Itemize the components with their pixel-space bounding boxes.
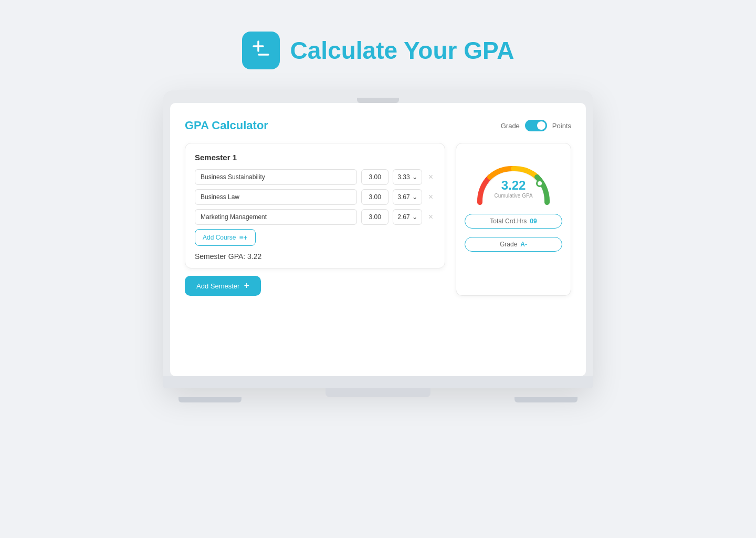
add-semester-button[interactable]: Add Semester + bbox=[185, 276, 261, 296]
laptop-foot-pad-left bbox=[178, 397, 242, 402]
cumulative-gpa-value: 3.22 bbox=[494, 178, 532, 193]
grade-value: A- bbox=[520, 241, 527, 248]
app-title: GPA Calculator bbox=[185, 119, 268, 132]
course-row: 3.33 ⌄ × bbox=[195, 169, 435, 185]
toggle-grade-label: Grade bbox=[501, 122, 520, 130]
total-credit-hours-box: Total Crd.Hrs 09 bbox=[465, 214, 562, 229]
gauge-center-text: 3.22 Cumulative GPA bbox=[494, 178, 532, 199]
course-credits-input-1[interactable] bbox=[361, 169, 388, 185]
course-grade-select-1[interactable]: 3.33 ⌄ bbox=[393, 169, 422, 185]
left-panel: Semester 1 3.33 ⌄ × bbox=[185, 143, 445, 296]
app-header: GPA Calculator Grade Points bbox=[185, 119, 571, 132]
grade-value-3: 2.67 bbox=[397, 213, 410, 221]
course-name-input-2[interactable] bbox=[195, 189, 357, 205]
total-crd-value: 09 bbox=[530, 218, 537, 225]
add-semester-label: Add Semester bbox=[196, 282, 239, 290]
chevron-down-icon: ⌄ bbox=[412, 173, 417, 181]
gpa-panel: 3.22 Cumulative GPA Total Crd.Hrs 09 Gra… bbox=[456, 143, 571, 296]
chevron-down-icon-2: ⌄ bbox=[412, 193, 417, 201]
add-course-icon: ≡+ bbox=[239, 233, 247, 242]
plus-minus-icon bbox=[249, 39, 272, 62]
laptop-screen-shell: GPA Calculator Grade Points Semester 1 bbox=[163, 90, 593, 388]
remove-course-btn-3[interactable]: × bbox=[426, 212, 435, 222]
cumulative-gpa-label: Cumulative GPA bbox=[494, 193, 532, 199]
laptop-screen: GPA Calculator Grade Points Semester 1 bbox=[170, 103, 586, 376]
laptop-foot-pad-right bbox=[514, 397, 578, 402]
grade-points-toggle[interactable] bbox=[525, 120, 547, 131]
course-credits-input-2[interactable] bbox=[361, 189, 388, 205]
add-course-label: Add Course bbox=[203, 234, 236, 241]
page-title: Calculate Your GPA bbox=[290, 36, 514, 65]
grade-box: Grade A- bbox=[465, 237, 562, 252]
main-content: Semester 1 3.33 ⌄ × bbox=[185, 143, 571, 296]
course-row: 3.67 ⌄ × bbox=[195, 189, 435, 205]
chevron-down-icon-3: ⌄ bbox=[412, 213, 417, 221]
grade-points-toggle-group: Grade Points bbox=[501, 120, 571, 131]
course-name-input-3[interactable] bbox=[195, 209, 357, 225]
plus-icon: + bbox=[244, 281, 249, 291]
course-name-input-1[interactable] bbox=[195, 169, 357, 185]
semester-gpa-text: Semester GPA: 3.22 bbox=[195, 252, 435, 261]
course-grade-select-2[interactable]: 3.67 ⌄ bbox=[393, 189, 422, 205]
remove-course-btn-2[interactable]: × bbox=[426, 192, 435, 202]
course-grade-select-3[interactable]: 2.67 ⌄ bbox=[393, 209, 422, 225]
laptop-stand bbox=[326, 388, 430, 397]
grade-value-2: 3.67 bbox=[397, 193, 410, 201]
grade-value-1: 3.33 bbox=[397, 173, 410, 181]
semester-title: Semester 1 bbox=[195, 153, 435, 162]
remove-course-btn-1[interactable]: × bbox=[426, 172, 435, 182]
add-course-button[interactable]: Add Course ≡+ bbox=[195, 229, 256, 246]
laptop-base bbox=[163, 376, 593, 388]
gauge-needle-inner bbox=[538, 181, 542, 185]
logo-icon bbox=[242, 32, 280, 69]
gpa-gauge: 3.22 Cumulative GPA bbox=[471, 158, 555, 205]
laptop-frame: GPA Calculator Grade Points Semester 1 bbox=[163, 90, 593, 402]
page-header: Calculate Your GPA bbox=[242, 32, 514, 69]
course-credits-input-3[interactable] bbox=[361, 209, 388, 225]
total-crd-label: Total Crd.Hrs bbox=[490, 218, 527, 225]
semester-card: Semester 1 3.33 ⌄ × bbox=[185, 143, 445, 268]
laptop-notch bbox=[357, 98, 399, 103]
toggle-points-label: Points bbox=[552, 122, 571, 130]
course-row: 2.67 ⌄ × bbox=[195, 209, 435, 225]
laptop-foot bbox=[163, 397, 593, 402]
grade-label: Grade bbox=[500, 241, 517, 248]
